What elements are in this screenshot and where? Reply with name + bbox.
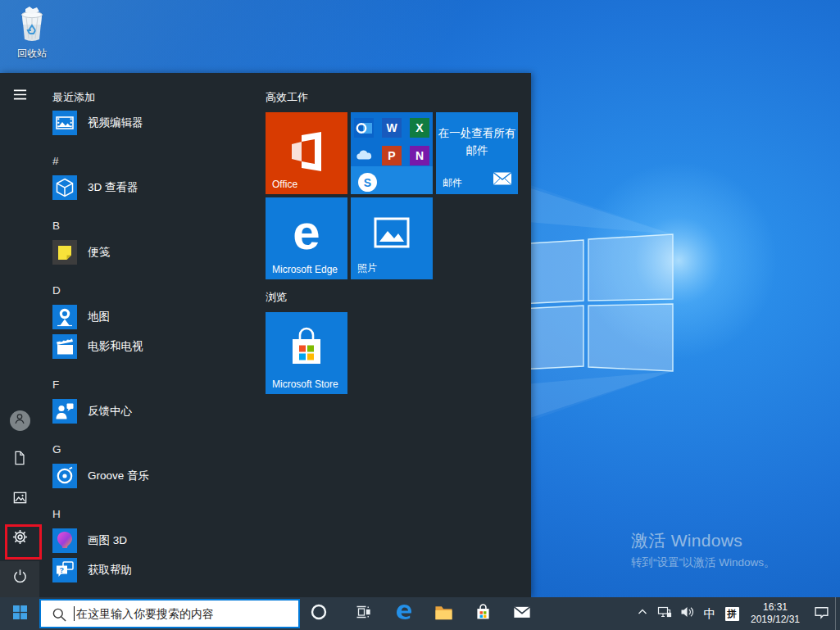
settings-icon <box>12 529 28 548</box>
edge-glyph: e <box>293 208 320 257</box>
windows-logo-icon <box>13 605 27 623</box>
cortana-button[interactable] <box>300 597 338 630</box>
excel-icon: X <box>410 118 429 138</box>
task-view-icon <box>355 604 371 623</box>
rail-button-documents[interactable] <box>0 443 39 476</box>
tile-office[interactable]: Office <box>266 112 347 194</box>
app-item-groove-music[interactable]: Groove 音乐 <box>52 461 266 491</box>
app-item-sticky-notes[interactable]: 便笺 <box>52 238 266 267</box>
paint3d-icon <box>52 528 77 553</box>
app-item-label: 地图 <box>88 310 110 324</box>
tile-label: Microsoft Edge <box>272 264 338 275</box>
section-letter-B[interactable]: B <box>52 202 266 238</box>
action-center-button[interactable] <box>807 597 835 630</box>
app-item-feedback-hub[interactable]: 反馈中心 <box>52 397 266 426</box>
tile-group-title: 高效工作 <box>266 86 531 108</box>
avatar <box>10 410 30 431</box>
section-letter-G[interactable]: G <box>52 426 266 461</box>
taskbar-search-box[interactable] <box>39 599 300 628</box>
section-letter-#[interactable]: # <box>52 138 266 173</box>
app-item-label: 获取帮助 <box>88 563 132 578</box>
system-tray: 中 拼 16:31 2019/12/31 <box>632 597 840 630</box>
sticky-notes-icon <box>52 240 77 265</box>
store-taskbar-button[interactable] <box>464 597 502 630</box>
app-item-video-editor[interactable]: 视频编辑器 <box>52 108 266 138</box>
app-item-label: 便笺 <box>88 245 110 260</box>
tile-edge[interactable]: eMicrosoft Edge <box>266 197 347 279</box>
edge-icon <box>394 602 414 625</box>
hamburger-icon <box>12 87 28 106</box>
office-apps-grid: W X P N <box>354 118 429 165</box>
tile-grid: Microsoft Store <box>266 312 521 394</box>
power-icon <box>12 569 28 587</box>
app-item-maps[interactable]: 地图 <box>52 302 266 332</box>
taskbar: 中 拼 16:31 2019/12/31 <box>0 597 840 630</box>
network-icon <box>657 605 672 623</box>
taskbar-clock[interactable]: 16:31 2019/12/31 <box>743 597 807 630</box>
show-desktop-button[interactable] <box>835 597 840 630</box>
tile-label: 照片 <box>357 261 377 275</box>
tile-label: Microsoft Store <box>272 378 338 390</box>
word-icon: W <box>382 118 402 138</box>
tile-store[interactable]: Microsoft Store <box>266 312 347 394</box>
watermark-subtitle: 转到“设置”以激活 Windows。 <box>631 555 775 570</box>
tile-mail[interactable]: 在一处查看所有 邮件 邮件 <box>436 112 518 194</box>
clock-time: 16:31 <box>763 601 788 614</box>
app-item-movies-tv[interactable]: 电影和电视 <box>52 332 266 361</box>
start-menu-tiles: 高效工作Office W X P N S在一处查看所有 邮件 邮件eMicros… <box>266 73 531 394</box>
section-letter-F[interactable]: F <box>52 361 266 397</box>
tile-label: 邮件 <box>443 176 462 190</box>
tray-overflow-button[interactable] <box>632 597 653 630</box>
section-letter-D[interactable]: D <box>52 267 266 302</box>
video-editor-icon <box>52 111 77 135</box>
section-letter-J[interactable]: J <box>52 585 266 597</box>
user-icon <box>12 411 27 429</box>
rail-button-menu[interactable] <box>0 79 39 112</box>
volume-icon <box>680 605 695 623</box>
app-item-label: 3D 查看器 <box>88 180 138 195</box>
app-item-label: Groove 音乐 <box>88 469 149 483</box>
tile-grid: Office W X P N S在一处查看所有 邮件 邮件eMicrosoft … <box>266 112 521 279</box>
svg-text:?: ? <box>60 566 65 574</box>
section-letter-H[interactable]: H <box>52 491 266 526</box>
app-item-label: 视频编辑器 <box>88 116 143 130</box>
maps-icon <box>52 305 77 329</box>
app-item-get-help[interactable]: ?获取帮助 <box>52 555 266 585</box>
movies-tv-icon <box>52 334 77 359</box>
task-view-button[interactable] <box>344 597 382 630</box>
text-caret <box>74 606 75 621</box>
volume-tray-button[interactable] <box>676 597 699 630</box>
tile-photos[interactable]: 照片 <box>351 197 433 279</box>
chevron-up-icon <box>637 606 648 621</box>
cortana-icon <box>310 603 328 624</box>
mail-taskbar-button[interactable] <box>503 597 541 630</box>
app-item-paint3d[interactable]: 画图 3D <box>52 526 266 555</box>
rail-button-settings[interactable] <box>0 522 39 555</box>
onenote-icon: N <box>410 146 429 165</box>
network-tray-button[interactable] <box>653 597 676 630</box>
mail-envelope-icon <box>493 171 512 189</box>
powerpoint-icon: P <box>382 146 402 165</box>
search-input[interactable] <box>41 600 298 628</box>
file-explorer-button[interactable] <box>425 597 462 630</box>
recycle-bin[interactable]: 回收站 <box>7 5 57 61</box>
app-item-label: 反馈中心 <box>88 404 132 419</box>
rail-button-power[interactable] <box>0 561 39 594</box>
rail-button-user[interactable] <box>0 404 39 437</box>
mail-tile-text: 在一处查看所有 邮件 <box>436 125 518 160</box>
pictures-icon <box>12 490 28 509</box>
ime-mode-button[interactable]: 拼 <box>720 597 743 630</box>
document-icon <box>12 451 27 469</box>
start-menu-app-list: 最近添加视频编辑器#3D 查看器B便笺D地图电影和电视F反馈中心GGroove … <box>39 73 266 597</box>
edge-taskbar-button[interactable] <box>385 597 423 630</box>
start-button[interactable] <box>0 597 39 630</box>
app-item-viewer3d[interactable]: 3D 查看器 <box>52 173 266 202</box>
tile-office-apps[interactable]: W X P N S <box>351 112 433 194</box>
app-list-header: 最近添加 <box>52 86 266 108</box>
outlook-icon <box>354 118 374 138</box>
rail-button-pictures[interactable] <box>0 483 39 515</box>
search-icon <box>52 607 67 626</box>
ime-language-button[interactable]: 中 <box>699 597 720 630</box>
activation-watermark: 激活 Windows 转到“设置”以激活 Windows。 <box>631 529 775 570</box>
recycle-bin-label: 回收站 <box>7 47 57 61</box>
